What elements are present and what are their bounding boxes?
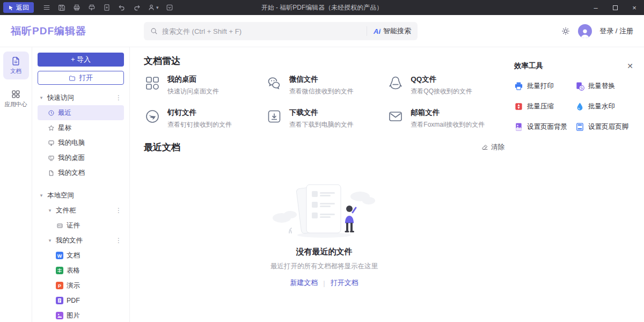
section-label: 快速访问 (47, 93, 74, 103)
presentation-badge-icon: P (56, 282, 63, 289)
clock-icon (47, 109, 55, 116)
recent-docs-empty-state: 没有最近的文件 最近打开的所有文档都将显示在这里 新建文档 | 打开文档 (144, 179, 504, 288)
more-options-icon[interactable]: ⋮ (115, 237, 122, 244)
person-icon (579, 27, 591, 38)
batch-watermark-icon (575, 102, 584, 111)
minimize-button[interactable]: – (586, 0, 605, 15)
tree-item-my-documents[interactable]: 我的文档 (38, 165, 124, 180)
tree-folder-cabinet[interactable]: ▾ 文件柜 ⋮ (38, 203, 124, 218)
link-divider: | (323, 279, 325, 287)
tool-page-background[interactable]: 设置页面背景 (514, 122, 572, 131)
tree-item-images[interactable]: 图片 (38, 308, 124, 322)
svg-text:W: W (57, 253, 62, 259)
tool-batch-compress[interactable]: 批量压缩 (514, 102, 572, 111)
rail-item-app-center[interactable]: 应用中心 (3, 85, 29, 113)
tree-item-spreadsheets[interactable]: 表格 (38, 263, 124, 278)
tree-item-label: 文件柜 (56, 206, 76, 215)
close-button[interactable]: × (625, 0, 644, 15)
tree-item-id-cards[interactable]: 证件 (38, 218, 124, 233)
left-rail: 文档 应用中心 (0, 47, 32, 322)
settings-gear-icon[interactable] (561, 26, 570, 36)
close-panel-icon[interactable]: ✕ (627, 62, 633, 70)
batch-compress-icon (514, 102, 523, 111)
eraser-icon (481, 144, 488, 151)
print-icon[interactable] (72, 4, 80, 12)
efficiency-tools-panel: 效率工具 ✕ 批量打印 批量替换 批量压缩 批量水印 (510, 47, 644, 322)
new-document-icon[interactable] (103, 4, 111, 12)
batch-replace-icon (575, 82, 584, 91)
tree-section-quick-access[interactable]: ▾ 快速访问 ⋮ (38, 90, 124, 105)
chevron-down-icon: ▾ (47, 208, 53, 213)
login-register-link[interactable]: 登录 / 注册 (599, 26, 633, 36)
rail-item-label: 应用中心 (5, 101, 27, 108)
clear-recent-button[interactable]: 清除 (481, 143, 504, 152)
tool-batch-watermark[interactable]: 批量水印 (575, 102, 633, 111)
svg-text:P: P (58, 283, 61, 289)
customize-toolbar-icon[interactable] (166, 4, 174, 12)
search-input[interactable] (162, 27, 367, 35)
tree-item-word-docs[interactable]: W 文档 (38, 248, 124, 263)
tree-item-starred[interactable]: 星标 (38, 120, 124, 135)
open-document-link[interactable]: 打开文档 (331, 278, 358, 288)
rail-item-documents[interactable]: 文档 (3, 52, 29, 79)
app-logo: 福昕PDF编辑器 (11, 24, 86, 38)
radar-item-my-desktop[interactable]: 我的桌面快速访问桌面文件 (144, 75, 261, 96)
undo-icon[interactable] (118, 4, 126, 12)
import-button[interactable]: + 导入 (38, 53, 124, 67)
tree-item-label: 我的电脑 (58, 138, 85, 148)
tree-item-presentations[interactable]: P 演示 (38, 278, 124, 293)
batch-print-icon (514, 82, 523, 91)
radar-item-wechat-files[interactable]: 微信文件查看微信接收到的文件 (266, 75, 383, 96)
new-document-link[interactable]: 新建文档 (290, 278, 318, 288)
radar-item-dingtalk-files[interactable]: 钉钉文件查看钉钉接收到的文件 (144, 108, 261, 129)
menu-icon[interactable] (42, 4, 50, 12)
cursor-icon (8, 5, 14, 11)
redo-icon[interactable] (133, 4, 141, 12)
save-icon[interactable] (57, 4, 65, 12)
document-icon (47, 169, 55, 177)
open-button[interactable]: 打开 (38, 71, 124, 85)
search-icon (150, 27, 158, 35)
search-bar[interactable]: Ai 智能搜索 (144, 22, 418, 40)
chevron-down-icon: ▾ (39, 193, 44, 198)
chevron-down-icon: ▾ (47, 238, 53, 243)
tree-item-label: 最近 (58, 108, 71, 118)
tree-item-label: PDF (67, 297, 80, 304)
user-avatar[interactable] (578, 24, 592, 38)
back-button[interactable]: 返回 (3, 2, 34, 13)
desktop-icon (47, 154, 55, 162)
tree-folder-my-files[interactable]: ▾ 我的文件 ⋮ (38, 233, 124, 248)
tree-item-my-computer[interactable]: 我的电脑 (38, 135, 124, 150)
download-icon (266, 108, 283, 125)
more-options-icon[interactable]: ⋮ (115, 94, 122, 101)
radar-item-download-files[interactable]: 下载文件查看下载到电脑的文件 (266, 108, 383, 129)
tree-item-pdf[interactable]: PDF (38, 293, 124, 308)
header-footer-icon (575, 122, 584, 131)
ai-search-button[interactable]: Ai 智能搜索 (367, 26, 411, 36)
tool-header-footer[interactable]: 设置页眉页脚 (575, 122, 633, 131)
tree-item-label: 表格 (67, 266, 80, 275)
doc-radar-title: 文档雷达 (144, 55, 504, 67)
tool-batch-replace[interactable]: 批量替换 (575, 82, 633, 91)
more-options-icon[interactable]: ⋮ (115, 207, 122, 214)
tree-item-my-desktop[interactable]: 我的桌面 (38, 150, 124, 165)
maximize-button[interactable] (605, 0, 625, 15)
chevron-down-icon: ▾ (156, 5, 159, 10)
radar-item-qq-files[interactable]: QQ文件查看QQ接收到的文件 (387, 75, 504, 96)
qq-icon (387, 75, 404, 92)
main-content: 文档雷达 我的桌面快速访问桌面文件 微信文件查看微信接收到的文件 QQ文件查看Q… (130, 47, 510, 322)
tools-panel-title: 效率工具 (514, 61, 543, 71)
tree-item-label: 我的文档 (58, 169, 85, 178)
hand-tool-button[interactable]: ▾ (148, 4, 159, 11)
rail-item-label: 文档 (10, 68, 21, 75)
tree-item-label: 星标 (58, 123, 71, 133)
tree-item-label: 文档 (67, 251, 80, 260)
maximize-icon (613, 5, 618, 10)
tree-section-local-space[interactable]: ▾ 本地空间 (38, 188, 124, 203)
radar-item-mail-files[interactable]: 邮箱文件查看Foxmail接收到的文件 (387, 108, 504, 129)
tree-item-recent[interactable]: 最近 (38, 105, 124, 120)
quick-print-icon[interactable] (87, 4, 96, 12)
sidebar: + 导入 打开 ▾ 快速访问 ⋮ 最近 星标 我的电脑 我的桌面 我的文档 (32, 47, 130, 322)
section-label: 本地空间 (47, 191, 74, 200)
tool-batch-print[interactable]: 批量打印 (514, 82, 572, 91)
